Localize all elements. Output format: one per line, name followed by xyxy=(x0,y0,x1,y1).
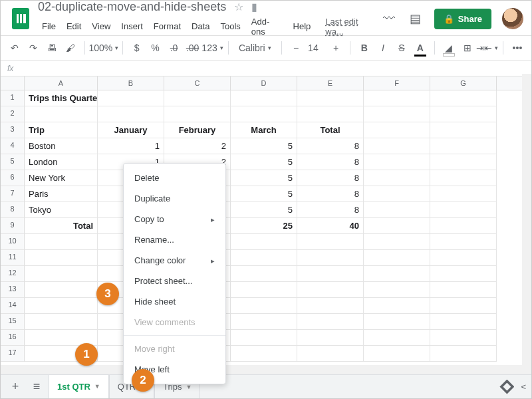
cell[interactable]: 2 xyxy=(164,138,231,154)
horizontal-scrollbar[interactable] xyxy=(1,365,522,374)
cell[interactable]: 5 xyxy=(231,186,297,202)
cell[interactable]: Tokyo xyxy=(25,202,98,218)
cell[interactable]: 8 xyxy=(297,170,364,186)
cell[interactable] xyxy=(297,90,364,106)
cell[interactable] xyxy=(164,106,231,122)
cell[interactable] xyxy=(430,250,497,266)
cell[interactable] xyxy=(364,314,430,330)
cell[interactable]: March xyxy=(231,122,297,138)
sheet-tab-1st-qtr[interactable]: 1st QTR▼ xyxy=(49,374,109,398)
number-format[interactable]: 123 xyxy=(204,41,221,55)
cell[interactable] xyxy=(297,106,364,122)
col-D[interactable]: D xyxy=(231,76,297,90)
row-header-4[interactable]: 4 xyxy=(1,138,25,154)
cell[interactable] xyxy=(364,202,430,218)
menu-item-delete[interactable]: Delete xyxy=(124,168,225,188)
cell[interactable] xyxy=(297,234,364,250)
cell[interactable] xyxy=(297,250,364,266)
cell[interactable] xyxy=(430,218,497,234)
cell[interactable] xyxy=(430,346,497,362)
row-header-3[interactable]: 3 xyxy=(1,122,25,138)
cell[interactable] xyxy=(297,266,364,282)
menu-item-duplicate[interactable]: Duplicate xyxy=(124,188,225,209)
row-header-16[interactable]: 16 xyxy=(1,330,25,346)
cell[interactable] xyxy=(430,106,497,122)
cell[interactable] xyxy=(364,298,430,314)
cell[interactable]: 1 xyxy=(98,138,164,154)
cell[interactable] xyxy=(430,154,497,170)
cell[interactable]: 5 xyxy=(231,138,297,154)
cell[interactable] xyxy=(364,122,430,138)
cell[interactable]: 5 xyxy=(231,202,297,218)
cell[interactable]: 8 xyxy=(297,138,364,154)
avatar[interactable] xyxy=(502,8,523,29)
cell[interactable] xyxy=(231,266,297,282)
cell[interactable] xyxy=(364,186,430,202)
cell[interactable] xyxy=(430,186,497,202)
cell[interactable]: Trips this Quarter xyxy=(25,90,98,106)
row-header-12[interactable]: 12 xyxy=(1,266,25,282)
cell[interactable]: January xyxy=(98,122,164,138)
formula-bar[interactable]: fx xyxy=(1,61,531,76)
menu-help[interactable]: Help xyxy=(289,20,315,33)
cell[interactable] xyxy=(364,138,430,154)
cell[interactable] xyxy=(231,106,297,122)
menu-insert[interactable]: Insert xyxy=(117,20,147,33)
cell[interactable] xyxy=(297,314,364,330)
cell[interactable]: 8 xyxy=(297,186,364,202)
font-select[interactable]: Calibri xyxy=(235,41,275,55)
col-G[interactable]: G xyxy=(430,76,497,90)
cell[interactable]: Paris xyxy=(25,186,98,202)
vertical-scrollbar[interactable] xyxy=(522,74,531,374)
col-A[interactable]: A xyxy=(25,76,98,90)
cell[interactable] xyxy=(364,266,430,282)
italic-button[interactable]: I xyxy=(376,41,390,55)
cell[interactable] xyxy=(430,298,497,314)
row-header-15[interactable]: 15 xyxy=(1,314,25,330)
cell[interactable]: Trip xyxy=(25,122,98,138)
bold-button[interactable]: B xyxy=(357,41,372,55)
row-header-11[interactable]: 11 xyxy=(1,250,25,266)
cell[interactable] xyxy=(430,330,497,346)
cell[interactable]: Boston xyxy=(25,138,98,154)
cell[interactable] xyxy=(364,250,430,266)
cell[interactable] xyxy=(430,138,497,154)
cell[interactable] xyxy=(25,298,98,314)
strike-button[interactable]: S xyxy=(394,41,409,55)
col-B[interactable]: B xyxy=(98,76,164,90)
menu-item-change-color[interactable]: Change color xyxy=(124,250,225,271)
cell[interactable] xyxy=(25,266,98,282)
cell[interactable] xyxy=(25,314,98,330)
cell[interactable] xyxy=(164,90,231,106)
row-header-2[interactable]: 2 xyxy=(1,106,25,122)
row-header-7[interactable]: 7 xyxy=(1,186,25,202)
cell[interactable] xyxy=(297,346,364,362)
cell[interactable] xyxy=(231,346,297,362)
font-size-dec[interactable]: − xyxy=(289,41,303,55)
zoom-select[interactable]: 100% xyxy=(92,41,116,55)
cell[interactable] xyxy=(231,330,297,346)
last-edit-link[interactable]: Last edit wa... xyxy=(321,15,381,38)
cell[interactable]: February xyxy=(164,122,231,138)
menu-item-rename-[interactable]: Rename... xyxy=(124,229,225,250)
cell[interactable]: 5 xyxy=(231,170,297,186)
print-icon[interactable]: 🖶 xyxy=(45,41,59,55)
document-title[interactable]: 02-duplicate-move-and-hide-sheets xyxy=(38,0,226,14)
cell[interactable] xyxy=(430,234,497,250)
row-header-8[interactable]: 8 xyxy=(1,202,25,218)
all-sheets-button[interactable]: ≡ xyxy=(27,378,46,396)
cell[interactable] xyxy=(364,330,430,346)
cell[interactable]: 8 xyxy=(297,154,364,170)
more-toolbar[interactable]: ••• xyxy=(510,41,525,55)
cell[interactable] xyxy=(25,106,98,122)
cell[interactable] xyxy=(364,282,430,298)
select-all-corner[interactable] xyxy=(1,76,25,90)
col-F[interactable]: F xyxy=(364,76,430,90)
cell[interactable] xyxy=(231,250,297,266)
redo-icon[interactable]: ↷ xyxy=(26,41,41,55)
menu-item-copy-to[interactable]: Copy to xyxy=(124,209,225,229)
col-C[interactable]: C xyxy=(164,76,231,90)
cell[interactable] xyxy=(430,122,497,138)
share-button[interactable]: 🔒 Share xyxy=(434,9,491,29)
cell[interactable] xyxy=(231,314,297,330)
